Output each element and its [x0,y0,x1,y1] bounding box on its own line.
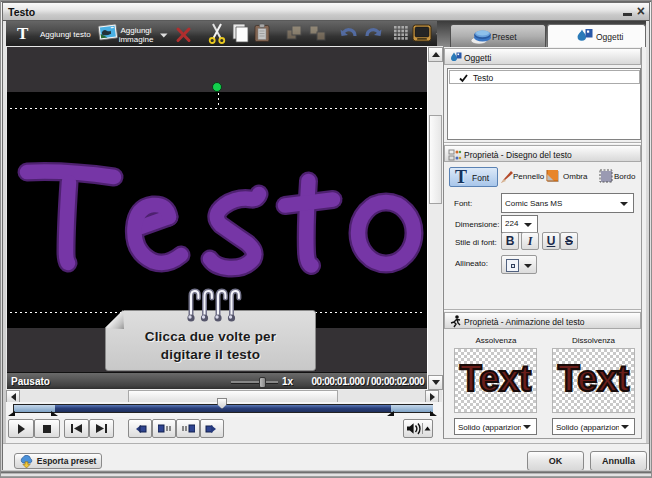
svg-text:T: T [17,24,29,43]
